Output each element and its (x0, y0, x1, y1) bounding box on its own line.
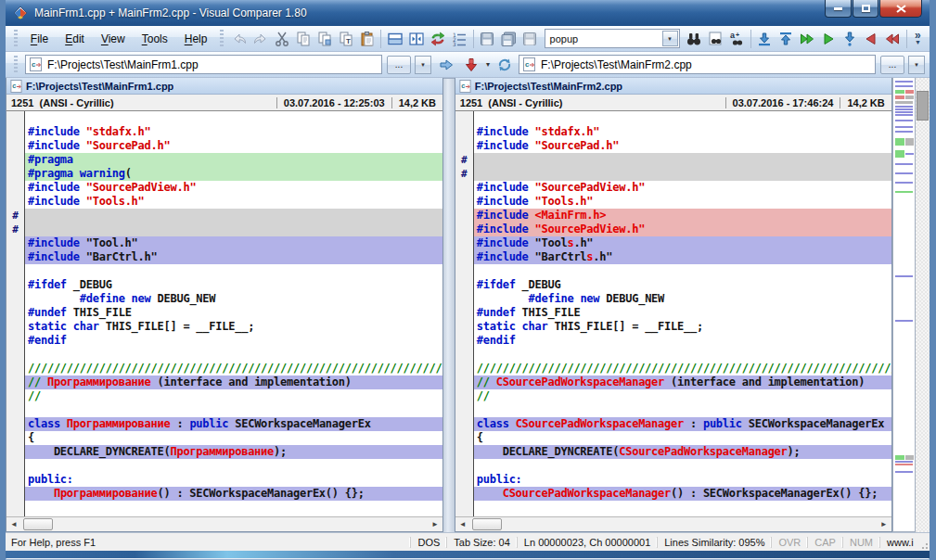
line-numbers-button[interactable]: 123 (449, 29, 470, 49)
close-button[interactable] (879, 0, 922, 18)
status-website-link[interactable]: www.i (879, 537, 918, 548)
merge-all-left-button[interactable] (882, 29, 904, 49)
menu-item-help[interactable]: Help (176, 30, 216, 48)
map-mark[interactable] (895, 108, 914, 110)
right-code-text[interactable]: #include "stdafx.h"#include "SourcePad.h… (474, 111, 891, 516)
right-path-input[interactable] (539, 57, 875, 72)
left-path-dropdown-button[interactable]: ▼ (415, 56, 431, 74)
map-mark[interactable] (895, 150, 904, 158)
scrollbar-thumb[interactable] (917, 91, 929, 121)
split-horizontal-button[interactable] (384, 29, 405, 49)
map-mark[interactable] (895, 85, 914, 87)
map-mark[interactable] (895, 101, 914, 104)
map-mark[interactable] (895, 131, 914, 133)
map-mark[interactable] (895, 275, 914, 277)
copy-button[interactable] (292, 29, 314, 49)
left-browse-button[interactable]: ... (387, 56, 411, 74)
map-mark[interactable] (905, 455, 914, 460)
scroll-left-arrow[interactable]: ◄ (455, 517, 470, 531)
restore-button[interactable] (853, 0, 878, 18)
right-horizontal-scrollbar[interactable]: ◄ ► (455, 516, 891, 531)
map-mark[interactable] (905, 153, 914, 155)
left-file-path-combo[interactable]: c (25, 55, 382, 74)
map-mark[interactable] (895, 95, 904, 99)
menu-item-edit[interactable]: Edit (57, 30, 93, 48)
map-mark[interactable] (895, 120, 914, 121)
map-mark[interactable] (905, 95, 914, 99)
map-mark[interactable] (895, 81, 914, 83)
toolbar-grip[interactable] (14, 30, 18, 48)
scroll-left-arrow[interactable]: ◄ (6, 517, 21, 531)
merge-current-button[interactable] (840, 29, 861, 49)
copy-text-button[interactable]: T (335, 29, 356, 49)
save-copy-button[interactable] (519, 29, 541, 49)
map-mark[interactable] (895, 172, 914, 174)
minimize-button[interactable] (825, 0, 852, 18)
menu-item-file[interactable]: File (22, 30, 57, 48)
map-mark[interactable] (895, 461, 914, 463)
scrollbar-track[interactable] (21, 517, 428, 531)
map-mark[interactable] (895, 191, 914, 193)
save-all-button[interactable] (498, 29, 519, 49)
scrollbar-track[interactable] (470, 517, 877, 531)
split-vertical-button[interactable] (405, 29, 427, 49)
left-editor[interactable]: ## #include "stdafx.h"#include "SourcePa… (6, 111, 442, 516)
popup-combobox[interactable]: popup ▼ (545, 29, 680, 48)
find-next-button[interactable]: a+ (726, 29, 748, 49)
find-in-file-button[interactable] (705, 29, 726, 49)
map-mark[interactable] (895, 455, 904, 460)
copy-append-button[interactable] (314, 29, 335, 49)
previous-difference-button[interactable] (776, 29, 797, 49)
map-mark[interactable] (905, 90, 914, 94)
map-mark[interactable] (895, 90, 904, 94)
refresh-button[interactable] (494, 55, 516, 75)
go-compare-button[interactable] (435, 55, 457, 75)
scroll-right-arrow[interactable]: ► (428, 517, 442, 531)
change-map[interactable] (892, 78, 917, 532)
redo-button[interactable] (250, 29, 271, 49)
save-button[interactable] (477, 29, 498, 49)
right-editor[interactable]: ## #include "stdafx.h"#include "SourcePa… (455, 111, 891, 516)
merge-left-button[interactable] (861, 29, 882, 49)
map-mark[interactable] (895, 111, 914, 113)
map-mark[interactable] (895, 138, 904, 146)
merge-all-right-button[interactable] (797, 29, 818, 49)
map-mark[interactable] (905, 138, 914, 146)
map-mark[interactable] (895, 320, 914, 322)
map-mark[interactable] (895, 163, 914, 165)
map-mark[interactable] (895, 114, 914, 116)
pane-splitter[interactable] (443, 78, 455, 532)
right-file-path-combo[interactable]: c (519, 55, 876, 74)
map-mark[interactable] (895, 464, 914, 465)
scrollbar-thumb[interactable] (23, 518, 53, 530)
toolbar-grip[interactable] (14, 56, 18, 74)
title-bar[interactable]: MainFrm1.cpp + MainFrm2.cpp - Visual Com… (6, 0, 930, 26)
map-mark[interactable] (895, 106, 914, 108)
next-difference-button[interactable] (754, 29, 776, 49)
resize-grip[interactable] (918, 533, 930, 551)
left-path-input[interactable] (45, 57, 381, 72)
merge-right-button[interactable] (818, 29, 840, 49)
toolbar-overflow-button[interactable]: » ▼ (910, 28, 926, 50)
undo-button[interactable] (228, 29, 250, 49)
recompare-button[interactable] (428, 29, 449, 49)
right-path-dropdown-button[interactable]: ▼ (908, 56, 925, 74)
map-mark[interactable] (895, 471, 914, 473)
vertical-scrollbar[interactable] (916, 78, 930, 532)
right-browse-button[interactable]: ... (880, 56, 904, 74)
menu-item-view[interactable]: View (93, 30, 134, 48)
left-horizontal-scrollbar[interactable]: ◄ ► (6, 516, 442, 531)
find-button[interactable] (684, 29, 705, 49)
map-mark[interactable] (895, 126, 914, 128)
merge-options-caret[interactable]: ▾ (486, 60, 490, 69)
download-merge-button[interactable] (460, 55, 482, 75)
scroll-right-arrow[interactable]: ► (877, 517, 891, 531)
scrollbar-thumb[interactable] (472, 518, 502, 530)
left-code-text[interactable]: #include "stdafx.h"#include "SourcePad.h… (25, 111, 442, 516)
toolbar-grip[interactable] (220, 30, 224, 48)
paste-button[interactable] (356, 29, 378, 49)
map-mark[interactable] (895, 182, 914, 184)
menu-item-tools[interactable]: Tools (134, 30, 176, 48)
cut-button[interactable] (271, 29, 292, 49)
popup-dropdown-button[interactable]: ▼ (662, 31, 678, 46)
